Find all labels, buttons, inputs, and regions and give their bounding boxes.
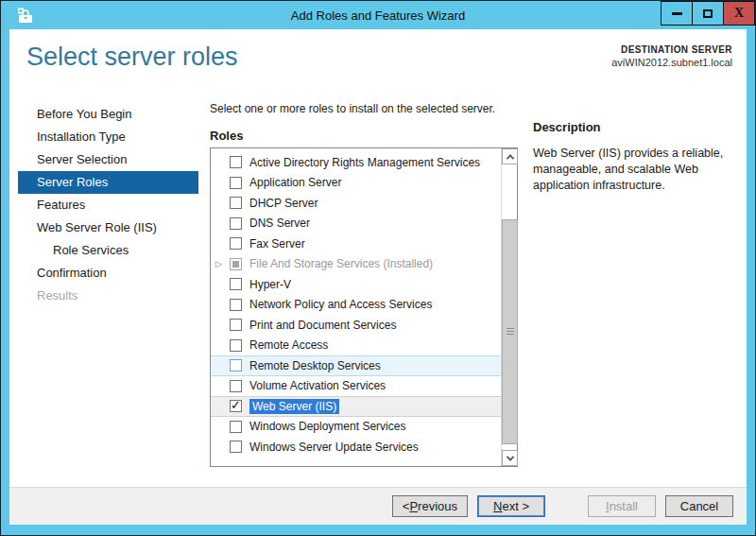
nav-item-label: Before You Begin: [37, 107, 131, 121]
role-row-hyper-v[interactable]: ▷ Hyper-V: [211, 274, 501, 295]
minimize-button[interactable]: [661, 1, 693, 26]
role-row-windows-deployment-services[interactable]: ▷ Windows Deployment Services: [211, 417, 501, 438]
nav-item-label: Features: [37, 198, 85, 212]
role-checkbox[interactable]: [230, 339, 242, 352]
next-button[interactable]: Next >: [477, 495, 545, 517]
wizard-nav: Before You BeginInstallation TypeServer …: [18, 94, 198, 487]
role-checkbox[interactable]: [230, 156, 242, 168]
wizard-body: Select server roles DESTINATION SERVER a…: [9, 29, 747, 525]
role-label: Volume Activation Services: [249, 379, 386, 392]
role-checkbox[interactable]: [230, 319, 242, 331]
role-row-web-server-iis[interactable]: ▷ ✓ Web Server (IIS): [211, 396, 501, 417]
role-label: DNS Server: [249, 216, 310, 230]
nav-item-label: Web Server Role (IIS): [37, 220, 157, 234]
role-row-file-and-storage-services-installed[interactable]: ▷ File And Storage Services (Installed): [211, 254, 501, 275]
role-row-active-directory-rights-management-services[interactable]: ▷ Active Directory Rights Management Ser…: [211, 152, 501, 173]
role-row-network-policy-and-access-services[interactable]: ▷ Network Policy and Access Services: [211, 295, 501, 316]
scrollbar-thumb[interactable]: [502, 219, 518, 444]
role-label: Fax Server: [249, 237, 305, 251]
role-row-dns-server[interactable]: ▷ DNS Server: [211, 214, 501, 234]
checkmark-icon: [232, 261, 239, 268]
maximize-icon: [703, 9, 713, 18]
roles-scrollbar[interactable]: [501, 148, 517, 466]
role-label: Print and Document Services: [249, 319, 396, 332]
scroll-up-button[interactable]: [502, 148, 518, 164]
role-label: Web Server (IIS): [249, 399, 339, 414]
nav-item-label: Role Services: [53, 243, 129, 257]
scroll-down-button[interactable]: [502, 450, 518, 466]
nav-item-role-services[interactable]: Role Services: [18, 239, 198, 262]
close-icon: X: [734, 7, 744, 20]
nav-item-label: Server Roles: [37, 175, 108, 189]
nav-item-server-selection[interactable]: Server Selection: [18, 148, 198, 171]
roles-list: ▷ Active Directory Rights Management Ser…: [211, 148, 501, 466]
nav-item-label: Installation Type: [37, 130, 126, 144]
footer-buttons: < PreviousNext >InstallCancel: [383, 495, 733, 517]
description-panel: Description Web Server (IIS) provides a …: [533, 94, 748, 487]
chevron-up-icon: [506, 154, 513, 162]
role-checkbox[interactable]: [230, 217, 242, 230]
role-checkbox[interactable]: [230, 441, 242, 453]
close-button[interactable]: X: [723, 1, 755, 26]
role-label: Hyper-V: [249, 278, 291, 291]
cancel-button[interactable]: Cancel: [665, 495, 733, 517]
role-row-dhcp-server[interactable]: ▷ DHCP Server: [211, 193, 501, 214]
nav-item-label: Server Selection: [37, 152, 127, 166]
role-label: Windows Deployment Services: [249, 420, 405, 433]
maximize-button[interactable]: [692, 1, 724, 26]
role-checkbox[interactable]: [230, 258, 242, 270]
description-text: Web Server (IIS) provides a reliable, ma…: [533, 146, 748, 194]
wizard-window: Add Roles and Features Wizard X Select s…: [0, 0, 756, 536]
role-checkbox[interactable]: ✓: [230, 400, 242, 412]
role-label: Remote Desktop Services: [249, 359, 381, 372]
roles-list-label: Roles: [210, 129, 518, 143]
nav-item-features[interactable]: Features: [18, 194, 198, 216]
role-label: Network Policy and Access Services: [249, 298, 432, 311]
role-row-remote-desktop-services[interactable]: ▷ Remote Desktop Services: [211, 355, 501, 376]
nav-item-results: Results: [18, 285, 198, 307]
nav-item-web-server-role-iis[interactable]: Web Server Role (IIS): [18, 216, 198, 239]
role-checkbox[interactable]: [230, 237, 242, 250]
minimize-icon: [672, 12, 682, 15]
roles-listbox: ▷ Active Directory Rights Management Ser…: [210, 147, 518, 467]
destination-server-block: DESTINATION SERVER aviWIN2012.subnet1.lo…: [611, 44, 732, 68]
role-label: Active Directory Rights Management Servi…: [249, 156, 480, 169]
install-button: Install: [588, 495, 656, 517]
role-checkbox[interactable]: [230, 421, 242, 433]
expander-icon[interactable]: ▷: [215, 260, 230, 268]
role-checkbox[interactable]: [230, 380, 242, 392]
nav-item-before-you-begin[interactable]: Before You Begin: [18, 103, 198, 126]
role-checkbox[interactable]: [230, 359, 242, 372]
role-checkbox[interactable]: [230, 278, 242, 290]
role-label: Application Server: [249, 176, 341, 189]
nav-item-label: Results: [37, 288, 77, 303]
role-checkbox[interactable]: [230, 299, 242, 311]
nav-item-confirmation[interactable]: Confirmation: [18, 262, 198, 285]
role-checkbox[interactable]: [230, 197, 242, 209]
previous-button[interactable]: < Previous: [392, 495, 468, 517]
window-title: Add Roles and Features Wizard: [9, 9, 747, 23]
role-label: Windows Server Update Services: [249, 441, 419, 454]
nav-item-server-roles[interactable]: Server Roles: [18, 171, 198, 194]
role-row-windows-server-update-services[interactable]: ▷ Windows Server Update Services: [211, 437, 501, 458]
role-row-application-server[interactable]: ▷ Application Server: [211, 173, 501, 194]
role-row-fax-server[interactable]: ▷ Fax Server: [211, 233, 501, 254]
role-checkbox[interactable]: [230, 177, 242, 189]
destination-server-name: aviWIN2012.subnet1.local: [611, 57, 732, 68]
wizard-header: Select server roles DESTINATION SERVER a…: [9, 29, 747, 94]
page-title: Select server roles: [26, 43, 238, 72]
nav-item-installation-type[interactable]: Installation Type: [18, 126, 198, 148]
checkmark-icon: ✓: [231, 399, 241, 411]
roles-pane: Select one or more roles to install on t…: [210, 94, 518, 487]
wizard-main: Before You BeginInstallation TypeServer …: [9, 94, 747, 487]
description-heading: Description: [533, 120, 748, 134]
nav-item-label: Confirmation: [37, 266, 107, 280]
wizard-footer: < PreviousNext >InstallCancel: [9, 487, 747, 525]
role-label: Remote Access: [249, 338, 328, 352]
scrollbar-grip-icon: [507, 328, 514, 335]
role-row-print-and-document-services[interactable]: ▷ Print and Document Services: [211, 315, 501, 336]
role-row-volume-activation-services[interactable]: ▷ Volume Activation Services: [211, 376, 501, 397]
chevron-down-icon: [506, 453, 513, 460]
instruction-text: Select one or more roles to install on t…: [210, 102, 518, 115]
role-row-remote-access[interactable]: ▷ Remote Access: [211, 336, 501, 356]
